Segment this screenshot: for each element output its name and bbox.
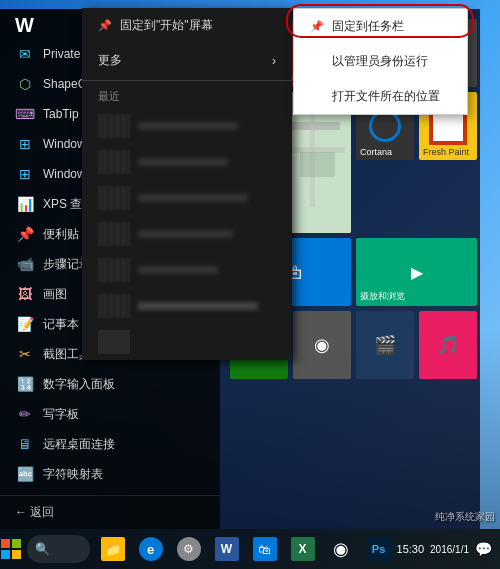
tile-browse[interactable]: ▶ 摄放和浏览 [356,238,477,306]
more-item[interactable]: 更多 › [82,43,292,78]
logo-cell-2 [12,539,21,548]
recent-text-4 [138,230,233,238]
context-menu-right[interactable]: 📌 固定到任务栏 以管理员身份运行 打开文件所在的位置 [293,8,468,115]
recent-thumb-1 [98,114,130,138]
app-icon-tabtip: ⌨ [15,104,35,124]
store-icon: 🛍 [253,537,277,561]
back-label: ← 返回 [15,504,54,521]
context-divider [82,80,292,81]
app-icon-windows1: ⊞ [15,134,35,154]
taskbar-time: 15:30 [397,543,425,555]
app-label-charmap: 字符映射表 [43,466,103,483]
context-menu-main[interactable]: 📌 固定到"开始"屏幕 更多 › 最近 [82,8,292,360]
app-icon-rdp: 🖥 [15,434,35,454]
app-label-stickynotes: 便利贴 [43,226,79,243]
svg-rect-6 [300,152,335,177]
watermark-text: 纯净系统家园 [435,511,495,522]
app-label-numpad: 数字输入面板 [43,376,115,393]
recent-item-2[interactable] [82,144,292,180]
taskbar-pinned-icons: 📁 e ⚙ W 🛍 X ◉ Ps [95,531,397,567]
taskbar-date: 2016/1/1 [430,544,469,555]
logo-cell-3 [1,550,10,559]
recent-thumb-7 [98,330,130,354]
recent-text-5 [138,266,218,274]
recent-thumb-2 [98,150,130,174]
word-icon: W [215,537,239,561]
notification-icon[interactable]: 💬 [475,541,492,557]
app-icon-private: ✉ [15,44,35,64]
pin-taskbar-icon: 📌 [310,20,324,33]
recent-text-6 [138,302,258,310]
app-item-numpad[interactable]: 🔢 数字输入面板 [0,369,220,399]
pin-taskbar-item[interactable]: 📌 固定到任务栏 [294,9,467,44]
excel-icon: X [291,537,315,561]
recent-item-6[interactable] [82,288,292,324]
more-label: 更多 [98,52,122,69]
app-icon-stickynotes: 📌 [15,224,35,244]
search-icon: 🔍 [35,542,50,556]
recent-thumb-3 [98,186,130,210]
app-label-wordpad: 写字板 [43,406,79,423]
tile-cortana-label: Cortana [360,147,392,157]
start-button[interactable] [0,529,22,569]
recent-thumb-4 [98,222,130,246]
recent-text-3 [138,194,248,202]
more-arrow-icon: › [272,54,276,68]
edge-icon: e [139,537,163,561]
run-as-admin-label: 以管理员身份运行 [332,53,428,70]
desktop: W ✉ Private C... ⬡ ShapeCo... ⌨ TabTip ⊞… [0,0,500,569]
recent-item-5[interactable] [82,252,292,288]
chrome-icon: ◉ [329,537,353,561]
app-item-rdp[interactable]: 🖥 远程桌面连接 [0,429,220,459]
app-icon-steps: 📹 [15,254,35,274]
app-label-paint: 画图 [43,286,67,303]
run-as-admin-item[interactable]: 以管理员身份运行 [294,44,467,79]
app-icon-windows2: ⊞ [15,164,35,184]
app-item-wordpad[interactable]: ✏ 写字板 [0,399,220,429]
pin-taskbar-label: 固定到任务栏 [332,18,404,35]
pin-start-label: 固定到"开始"屏幕 [120,17,213,34]
pin-start-item[interactable]: 📌 固定到"开始"屏幕 [82,8,292,43]
taskbar-icon-edge[interactable]: e [133,531,169,567]
taskbar-icon-explorer[interactable]: 📁 [95,531,131,567]
app-icon-charmap: 🔤 [15,464,35,484]
recent-item-7[interactable] [82,324,292,360]
app-icon-xps: 📊 [15,194,35,214]
app-label-tabtip: TabTip [43,107,79,121]
tile-cortana-2 [356,165,414,233]
taskbar-icon-excel[interactable]: X [285,531,321,567]
recent-item-3[interactable] [82,180,292,216]
recent-text-2 [138,158,228,166]
recent-label: 最近 [82,83,292,108]
app-icon-shapeco: ⬡ [15,74,35,94]
watermark: 纯净系统家园 [435,510,495,524]
app-icon-numpad: 🔢 [15,374,35,394]
app-label-rdp: 远程桌面连接 [43,436,115,453]
taskbar-icon-store[interactable]: 🛍 [247,531,283,567]
recent-item-4[interactable] [82,216,292,252]
recent-thumb-5 [98,258,130,282]
open-location-label: 打开文件所在的位置 [332,88,440,105]
taskbar-icon-word[interactable]: W [209,531,245,567]
taskbar: 🔍 📁 e ⚙ W 🛍 X ◉ Ps [0,529,500,569]
recent-thumb-6 [98,294,130,318]
explorer-icon: 📁 [101,537,125,561]
recent-text-1 [138,122,238,130]
taskbar-search-bar[interactable]: 🔍 [27,535,89,563]
app-item-charmap[interactable]: 🔤 字符映射表 [0,459,220,489]
windows-logo [1,539,21,559]
tile-video[interactable]: 🎬 [356,311,414,379]
logo-cell-4 [12,550,21,559]
taskbar-icon-chrome[interactable]: ◉ [323,531,359,567]
tile-media[interactable]: ◉ [293,311,351,379]
tile-groove[interactable]: 🎵 [419,311,477,379]
tile-freshpaint-2 [419,165,477,233]
open-location-item[interactable]: 打开文件所在的位置 [294,79,467,114]
settings-icon: ⚙ [177,537,201,561]
app-icon-snipping: ✂ [15,344,35,364]
photoshop-icon: Ps [367,537,391,561]
back-button[interactable]: ← 返回 [0,495,220,529]
taskbar-icon-settings[interactable]: ⚙ [171,531,207,567]
taskbar-icon-ps[interactable]: Ps [361,531,397,567]
recent-item-1[interactable] [82,108,292,144]
